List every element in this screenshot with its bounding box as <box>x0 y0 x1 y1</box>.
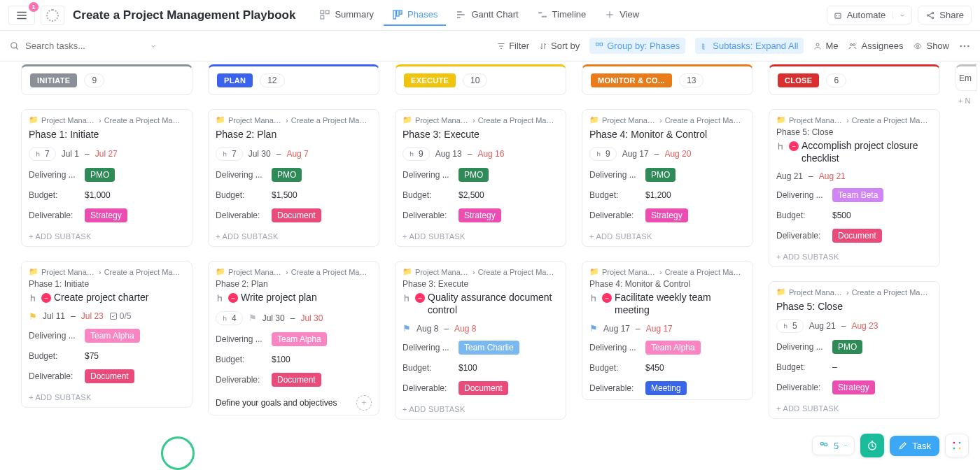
board-icon <box>392 9 403 20</box>
pencil-icon <box>898 441 908 450</box>
task-card[interactable]: 📁Project Manag...›Create a Project Man..… <box>21 109 192 247</box>
task-card[interactable]: 📁Project Manag...›Create a Project Man..… <box>395 261 566 420</box>
new-task-button[interactable]: Task <box>890 436 939 456</box>
search-input[interactable] <box>25 41 123 51</box>
search-box[interactable] <box>10 41 157 51</box>
chevron-down-icon[interactable] <box>892 12 906 19</box>
automate-label: Automate <box>847 10 886 20</box>
plus-icon <box>604 9 615 20</box>
filter-button[interactable]: Filter <box>497 41 529 51</box>
svg-point-28 <box>953 448 955 450</box>
count-pill: 9 <box>84 73 104 87</box>
expand-icon <box>701 42 709 50</box>
timer-button[interactable] <box>860 434 884 457</box>
subtask-count[interactable]: 7 <box>29 147 56 161</box>
menu-button[interactable]: 1 <box>8 6 35 25</box>
board-toolbar: Filter Sort by Group by: Phases Subtasks… <box>0 31 980 62</box>
breadcrumb: 📁Project Manag...›Create a Project Man..… <box>22 262 192 279</box>
column-header[interactable]: MONITOR & CO... 13 <box>582 64 753 95</box>
svg-rect-5 <box>400 10 402 14</box>
filter-icon <box>497 42 505 50</box>
add-subtask-button[interactable]: + ADD SUBTASK <box>22 227 192 246</box>
priority-icon: – <box>41 293 51 303</box>
group-by-pill[interactable]: Group by: Phases <box>589 38 685 54</box>
sort-button[interactable]: Sort by <box>539 41 580 51</box>
team-tag: PMO <box>85 168 115 182</box>
checklist: 0/5 <box>109 311 132 321</box>
svg-point-23 <box>820 442 823 445</box>
add-subtask-button[interactable]: + ADD SUBTASK <box>22 387 192 407</box>
apps-button[interactable] <box>945 434 969 457</box>
svg-rect-14 <box>600 43 603 45</box>
robot-icon <box>833 10 843 20</box>
share-icon <box>925 10 935 20</box>
me-button[interactable]: Me <box>813 41 838 51</box>
deliverable-tag: Strategy <box>85 208 127 222</box>
gantt-icon <box>456 9 467 20</box>
column-header[interactable]: INITIATE 9 <box>21 64 192 95</box>
share-button[interactable]: Share <box>918 6 972 24</box>
show-button[interactable]: Show <box>913 41 949 51</box>
task-card[interactable]: 📁Project Manag...›Create a Project Man..… <box>582 109 753 247</box>
tab-label: Timeline <box>552 9 587 20</box>
flag-icon: ⚑ <box>29 311 37 322</box>
tab-label: Gantt Chart <box>471 9 518 20</box>
tab-phases[interactable]: Phases <box>384 5 446 26</box>
more-button[interactable] <box>959 45 970 48</box>
list-icon-button[interactable] <box>41 6 64 25</box>
flag-icon: ⚑ <box>248 313 257 323</box>
tab-gantt[interactable]: Gantt Chart <box>447 5 526 26</box>
svg-point-16 <box>850 43 853 45</box>
column-header[interactable]: CLOSE 6 <box>769 64 940 95</box>
start-date: Jul 1 <box>62 149 79 159</box>
parent-task: Phase 1: Initiate <box>22 279 192 290</box>
column-close: CLOSE 6 📁Project Manag...›Create a Proje… <box>769 64 940 420</box>
subtasks-pill[interactable]: Subtasks: Expand All <box>695 38 804 54</box>
people-icon <box>818 440 830 451</box>
stopwatch-icon <box>867 440 878 451</box>
chevron-down-icon[interactable] <box>150 43 157 50</box>
column-header[interactable]: Em <box>955 64 976 91</box>
status-pill: INITIATE <box>30 73 77 87</box>
tab-add-view[interactable]: View <box>596 5 648 26</box>
add-assignee-button[interactable]: + <box>356 395 372 411</box>
svg-point-9 <box>927 14 929 15</box>
task-card[interactable]: 📁Project Manag...›Create a Project Man..… <box>208 109 379 247</box>
task-card[interactable]: 📁Project Manag...›Create a Project Man..… <box>769 109 940 267</box>
assignees-button[interactable]: Assignees <box>848 41 903 51</box>
column-initiate: INITIATE 9 📁Project Manag...›Create a Pr… <box>21 64 192 420</box>
svg-point-19 <box>960 45 962 47</box>
tab-summary[interactable]: Summary <box>311 5 382 26</box>
svg-point-8 <box>839 15 840 16</box>
svg-rect-1 <box>326 10 330 14</box>
tracked-time-pill[interactable]: 5 <box>812 436 855 455</box>
notification-badge: 1 <box>29 2 38 12</box>
task-card[interactable]: 📁Project Manag...›Create a Project Man..… <box>21 261 192 408</box>
group-icon <box>595 42 603 50</box>
sort-icon <box>539 42 547 50</box>
svg-rect-0 <box>321 10 324 14</box>
task-card[interactable]: 📁Project Manag...›Create a Project Man..… <box>395 109 566 247</box>
app-header: 1 Create a Project Management Playbook S… <box>0 0 980 31</box>
timeline-icon <box>537 9 548 20</box>
card-title: Phase 1: Initiate <box>22 127 192 144</box>
task-card[interactable]: 📁Project Manag...›Create a Project Man..… <box>582 261 753 400</box>
card-description: Define your goals and objectives <box>216 398 337 408</box>
flag-icon: ⚑ <box>402 323 411 334</box>
task-card[interactable]: 📁Project Manag...›Create a Project Man..… <box>208 261 379 415</box>
svg-rect-4 <box>397 10 399 16</box>
summary-icon <box>319 9 330 20</box>
svg-point-27 <box>959 442 961 444</box>
column-header[interactable]: EXECUTE 10 <box>395 64 566 95</box>
column-header[interactable]: PLAN 12 <box>208 64 379 95</box>
task-card[interactable]: 📁Project Manag...›Create a Project Man..… <box>769 281 940 419</box>
page-title: Create a Project Management Playbook <box>73 8 295 22</box>
hamburger-icon <box>15 9 28 22</box>
breadcrumb: 📁Project Manag...›Create a Project Man..… <box>22 110 192 127</box>
new-task-button[interactable]: + N <box>955 91 976 111</box>
svg-point-15 <box>816 43 819 46</box>
tab-timeline[interactable]: Timeline <box>528 5 595 26</box>
automate-button[interactable]: Automate <box>827 6 913 24</box>
column-monitor: MONITOR & CO... 13 📁Project Manag...›Cre… <box>582 64 753 420</box>
card-title: Create project charter <box>54 292 148 304</box>
